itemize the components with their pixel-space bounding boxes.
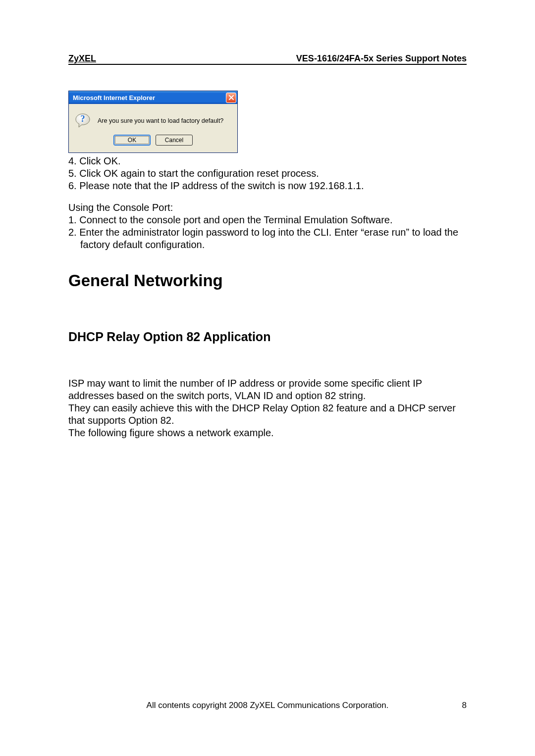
step-b2: 2. Enter the administrator login passwor… xyxy=(68,226,467,251)
dialog-title: Microsoft Internet Explorer xyxy=(73,94,155,101)
dialog-titlebar: Microsoft Internet Explorer xyxy=(69,91,237,104)
header-doc-title: VES-1616/24FA-5x Series Support Notes xyxy=(296,53,467,64)
body-paragraph-3: The following figure shows a network exa… xyxy=(68,427,467,439)
section-heading: General Networking xyxy=(68,271,467,291)
svg-text:?: ? xyxy=(81,114,85,124)
step-4: 4. Click OK. xyxy=(68,155,467,167)
ok-button[interactable]: OK xyxy=(113,135,151,146)
footer-copyright: All contents copyright 2008 ZyXEL Commun… xyxy=(68,701,467,710)
steps-list-a: 4. Click OK. 5. Click OK again to start … xyxy=(68,155,467,192)
subsection-heading: DHCP Relay Option 82 Application xyxy=(68,329,467,345)
body-paragraph-2: They can easily achieve this with the DH… xyxy=(68,402,467,427)
page-footer: All contents copyright 2008 ZyXEL Commun… xyxy=(68,701,467,710)
close-icon[interactable] xyxy=(226,93,236,103)
page-number: 8 xyxy=(462,701,467,710)
console-port-heading: Using the Console Port: xyxy=(68,202,467,214)
question-icon: ? xyxy=(75,113,91,129)
step-6: 6. Please note that the IP address of th… xyxy=(68,180,467,192)
dialog-message: Are you sure you want to load factory de… xyxy=(98,117,223,124)
step-b1: 1. Connect to the console port and open … xyxy=(68,214,467,226)
confirm-dialog: Microsoft Internet Explorer ? xyxy=(68,91,238,153)
steps-list-b: 1. Connect to the console port and open … xyxy=(68,214,467,251)
page-header: ZyXEL VES-1616/24FA-5x Series Support No… xyxy=(68,53,467,65)
cancel-button[interactable]: Cancel xyxy=(156,135,193,146)
header-brand: ZyXEL xyxy=(68,53,96,64)
step-5: 5. Click OK again to start the configura… xyxy=(68,167,467,180)
body-paragraph-1: ISP may want to limit the number of IP a… xyxy=(68,377,467,402)
